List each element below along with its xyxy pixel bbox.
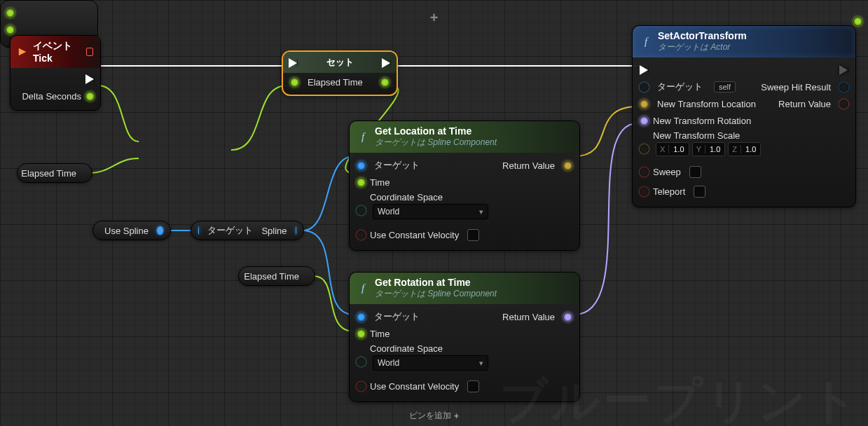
delta-seconds-pin[interactable] [85,92,95,101]
exec-out-pin[interactable] [85,74,95,84]
add-in-pin-b[interactable] [6,25,15,34]
coord-space-pin[interactable] [357,206,366,215]
function-icon: f [357,282,369,295]
node-title: SetActorTransform [658,30,747,41]
scale-z-field[interactable]: Z1.0 [728,142,761,156]
target-pin[interactable] [640,83,649,92]
set-title: セット [283,52,397,73]
set-value-in-pin[interactable] [290,78,299,87]
node-event-tick[interactable]: イベント Tick Delta Seconds [10,35,101,111]
var-out-pin[interactable] [157,226,163,235]
self-box[interactable]: self [714,81,736,92]
event-arrow-icon [18,46,27,58]
add-out-pin[interactable] [853,17,862,26]
location-pin[interactable] [640,99,649,109]
out-pin[interactable] [296,226,296,235]
delegate-pin-icon[interactable] [86,48,93,56]
var-use-spline[interactable]: Use Spline [92,221,171,240]
reroute-target-spline[interactable]: ターゲット Spline [191,221,304,240]
coord-space-pin[interactable] [357,357,366,366]
add-plus-icon: + [430,10,439,26]
node-header: f Get Location at Time ターゲットは Spline Com… [350,121,579,153]
teleport-pin[interactable] [640,187,649,196]
const-vel-pin[interactable] [357,382,366,391]
exec-in-pin[interactable] [640,65,649,75]
return-value-pin[interactable] [563,161,572,170]
node-header: f SetActorTransform ターゲットは Actor [633,26,855,57]
sweep-checkbox[interactable] [689,166,701,178]
node-title: Get Location at Time [375,125,497,137]
node-get-rotation-at-time[interactable]: f Get Rotation at Time ターゲットは Spline Com… [349,272,580,402]
node-subtitle: ターゲットは Spline Component [375,137,497,149]
node-title: イベント Tick [33,40,81,64]
set-var-label: Elapsed Time [308,77,363,88]
const-vel-checkbox[interactable] [467,229,479,241]
const-vel-pin[interactable] [357,231,366,240]
node-subtitle: ターゲットは Actor [658,41,747,53]
var-elapsed-time-1[interactable]: Elapsed Time [17,163,92,183]
target-pin[interactable] [357,312,366,322]
add-in-pin-a[interactable] [6,8,15,18]
node-header: f Get Rotation at Time ターゲットは Spline Com… [350,273,579,304]
coord-space-select[interactable]: World [373,355,488,371]
node-set-elapsed-time[interactable]: セット Elapsed Time [282,50,398,96]
return-value-pin[interactable] [563,312,572,322]
rotation-pin[interactable] [640,116,649,125]
in-pin[interactable] [198,226,199,235]
function-icon: f [357,131,369,144]
time-pin[interactable] [357,178,366,187]
set-value-out-pin[interactable] [380,78,390,87]
node-header: イベント Tick [11,36,100,68]
function-icon: f [640,36,652,48]
teleport-checkbox[interactable] [694,186,705,198]
add-pin-label[interactable]: ピンを追加+ [409,410,459,422]
delta-seconds-label: Delta Seconds [22,91,81,102]
coord-space-select[interactable]: World [373,204,488,219]
var-elapsed-time-2[interactable]: Elapsed Time [238,266,315,286]
exec-out-pin[interactable] [839,65,848,75]
exec-in-pin[interactable] [289,58,298,68]
node-title: Get Rotation at Time [375,277,497,288]
node-subtitle: ターゲットは Spline Component [375,288,497,300]
scale-y-field[interactable]: Y1.0 [692,142,726,156]
sweep-hit-pin[interactable] [839,83,848,92]
scale-pin[interactable] [640,144,649,153]
target-pin[interactable] [357,161,366,170]
time-pin[interactable] [357,329,366,338]
exec-out-pin[interactable] [382,58,391,68]
const-vel-checkbox[interactable] [467,380,479,392]
scale-x-field[interactable]: X1.0 [656,142,689,156]
node-get-location-at-time[interactable]: f Get Location at Time ターゲットは Spline Com… [349,121,580,251]
return-value-pin[interactable] [839,99,848,109]
sweep-pin[interactable] [640,167,649,177]
node-set-actor-transform[interactable]: f SetActorTransform ターゲットは Actor ターゲット s… [632,25,856,207]
